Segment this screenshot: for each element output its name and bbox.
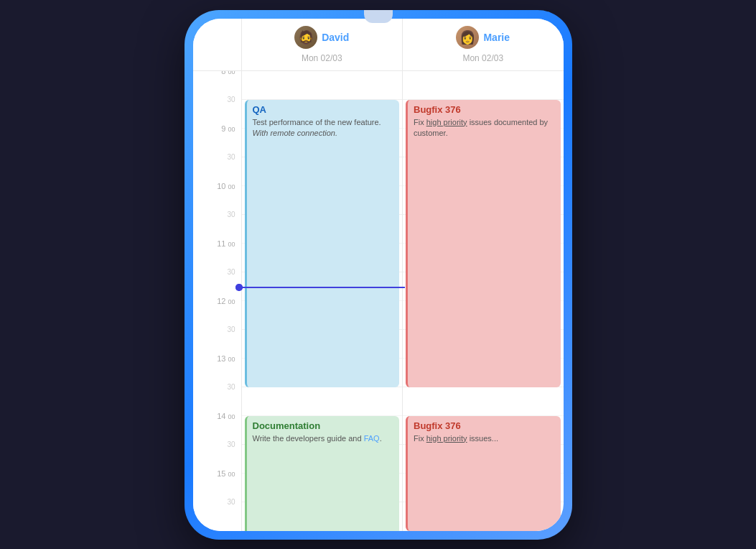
event-qa-body: Test performance of the new feature. Wit… — [253, 117, 394, 139]
time-label-9: 9 00 — [221, 124, 235, 133]
time-label-15: 15 00 — [217, 469, 235, 478]
faq-link[interactable]: FAQ — [364, 434, 380, 443]
event-bugfix-short-title: Bugfix 376 — [414, 420, 555, 431]
slot-marie-13-30 — [403, 387, 564, 416]
slot-david-13-30 — [242, 387, 403, 416]
time-label-12: 12 00 — [217, 297, 235, 305]
time-label-12-30: 30 — [227, 326, 235, 333]
high-priority-text-2: high priority — [426, 434, 467, 443]
time-label-13: 13 00 — [217, 354, 235, 363]
avatar-face-david: 🧔 — [294, 26, 317, 49]
slot-david-8-00 — [242, 71, 403, 100]
time-line-dot — [235, 284, 243, 291]
event-documentation-title: Documentation — [253, 420, 394, 431]
time-gutter: 8 00 30 9 00 30 10 00 — [193, 71, 242, 531]
time-label-11: 11 00 — [217, 239, 235, 248]
time-label-14: 14 00 — [217, 412, 235, 420]
calendar-container: 🧔 David Mon 02/03 👩 Marie Mon 02/03 — [193, 19, 564, 531]
device-frame: 🧔 David Mon 02/03 👩 Marie Mon 02/03 — [185, 10, 572, 540]
time-label-10: 10 00 — [217, 182, 235, 190]
slot-marie-8-00 — [403, 71, 564, 100]
time-label-11-30: 30 — [227, 268, 235, 276]
person-column-david[interactable]: QA Test performance of the new feature. … — [242, 71, 403, 531]
event-bugfix-tall-title: Bugfix 376 — [414, 104, 555, 115]
person-column-header-marie: 👩 Marie Mon 02/03 — [403, 19, 564, 70]
avatar-wrap-marie: 👩 Marie — [456, 26, 510, 49]
calendar-body[interactable]: 8 00 30 9 00 30 10 00 — [193, 71, 564, 531]
event-bugfix-short-body: Fix high priority issues... — [414, 433, 555, 444]
device-screen: 🧔 David Mon 02/03 👩 Marie Mon 02/03 — [193, 19, 564, 531]
date-label-marie: Mon 02/03 — [462, 53, 503, 66]
date-label-david: Mon 02/03 — [302, 53, 342, 66]
event-qa[interactable]: QA Test performance of the new feature. … — [245, 100, 400, 387]
avatar-marie: 👩 — [456, 26, 479, 49]
event-documentation[interactable]: Documentation Write the developers guide… — [245, 416, 400, 531]
event-qa-title: QA — [253, 104, 394, 115]
avatar-david: 🧔 — [294, 26, 317, 49]
columns-wrap: QA Test performance of the new feature. … — [242, 71, 564, 531]
time-label-8-30: 30 — [227, 96, 235, 103]
event-bugfix-tall[interactable]: Bugfix 376 Fix high priority issues docu… — [406, 100, 561, 387]
time-label-15-30: 30 — [227, 498, 235, 506]
person-column-header-david: 🧔 David Mon 02/03 — [242, 19, 403, 70]
avatar-wrap-david: 🧔 David — [294, 26, 349, 49]
device-notch — [364, 10, 393, 23]
time-label-9-30: 30 — [227, 153, 235, 161]
calendar-header: 🧔 David Mon 02/03 👩 Marie Mon 02/03 — [193, 19, 564, 71]
time-label-10-30: 30 — [227, 211, 235, 218]
time-label-8: 8 00 — [221, 71, 235, 75]
current-time-line — [239, 287, 406, 288]
time-slot-15-30: 30 — [193, 502, 241, 531]
event-bugfix-short[interactable]: Bugfix 376 Fix high priority issues... — [406, 416, 561, 531]
high-priority-text-1: high priority — [426, 118, 467, 126]
person-column-marie[interactable]: Bugfix 376 Fix high priority issues docu… — [403, 71, 564, 531]
event-qa-italic: With remote connection. — [253, 129, 338, 137]
event-documentation-body: Write the developers guide and FAQ. — [253, 433, 394, 444]
person-name-marie: Marie — [483, 32, 510, 43]
avatar-face-marie: 👩 — [456, 26, 479, 49]
event-bugfix-tall-body: Fix high priority issues documented by c… — [414, 117, 555, 139]
time-label-13-30: 30 — [227, 383, 235, 391]
time-label-14-30: 30 — [227, 440, 235, 448]
time-gutter-header — [193, 19, 242, 70]
person-name-david: David — [322, 32, 349, 43]
